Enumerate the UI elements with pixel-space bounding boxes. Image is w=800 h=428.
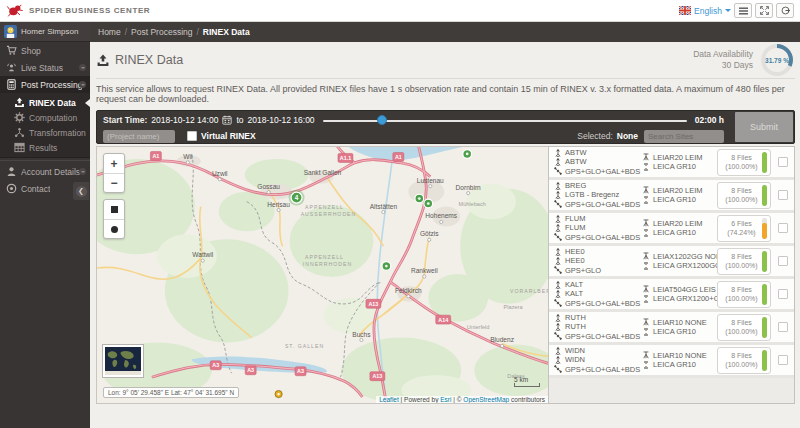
availability-bar <box>762 218 767 239</box>
breadcrumb-home[interactable]: Home <box>98 27 121 37</box>
live-status-icon <box>6 62 17 73</box>
satellite-icon <box>554 365 562 373</box>
brand-logo-icon <box>6 3 24 18</box>
map-label: INNERRHODEN <box>303 261 352 267</box>
station-row: BREGLGTB - BregenzGPS+GLO+GAL+BDSLEIAR20… <box>549 180 794 213</box>
file-availability-card: 8 Files(100.00%) <box>717 314 771 341</box>
sidebar-collapse-button[interactable]: ❮ <box>73 182 89 200</box>
cart-icon <box>6 45 17 56</box>
breadcrumb-section[interactable]: Post Processing <box>131 27 192 37</box>
map-attribution: Leaflet | Powered by Esri | © OpenStreet… <box>376 396 548 403</box>
station-row: FLUMFLUMGPS+GLO+GAL+BDSLEIAR20 LEIMLEICA… <box>549 213 794 246</box>
rectangle-select-button[interactable] <box>104 200 124 219</box>
file-availability-card: 8 Files(100.00%) <box>717 149 771 176</box>
user-icon <box>6 166 17 177</box>
town-dot <box>428 238 431 241</box>
rectangle-icon <box>111 206 118 213</box>
fullscreen-button[interactable] <box>755 3 773 18</box>
map-label: Wattwil <box>192 251 213 258</box>
station-checkbox[interactable] <box>778 289 788 299</box>
active-item-pointer <box>85 99 90 107</box>
file-availability-card: 8 Files(100.00%) <box>717 182 771 209</box>
availability-bar <box>762 185 767 206</box>
availability-period: 30 Days <box>693 60 753 71</box>
start-time-value[interactable]: 2018-10-12 14:00 <box>151 115 218 125</box>
logout-button[interactable] <box>776 3 794 18</box>
language-selector[interactable]: English <box>679 6 731 16</box>
station-checkbox[interactable] <box>778 223 788 233</box>
station-checkbox[interactable] <box>778 157 788 167</box>
menu-toggle-button[interactable] <box>734 3 752 18</box>
antenna-icon <box>642 252 650 260</box>
station-row: RUTHRUTHGPS+GLO+GAL+BDSLEIAR10 NONELEICA… <box>549 312 794 345</box>
overview-minimap[interactable] <box>103 345 143 377</box>
station-icon <box>554 248 562 256</box>
zoom-in-button[interactable]: + <box>104 154 124 173</box>
town-dot <box>360 338 363 341</box>
map-label: AUSSERRHODEN <box>301 211 357 217</box>
svg-text:A13: A13 <box>368 301 378 307</box>
station-checkbox[interactable] <box>778 256 788 266</box>
road-badge: A1 <box>393 152 404 161</box>
svg-text:A3: A3 <box>212 362 219 368</box>
time-range-slider[interactable] <box>323 115 687 125</box>
svg-text:4: 4 <box>295 194 299 201</box>
town-dot <box>186 161 189 164</box>
station-marker[interactable] <box>415 194 424 203</box>
submit-button[interactable]: Submit <box>735 112 793 142</box>
availability-bar <box>762 152 767 173</box>
antenna-icon <box>642 285 650 293</box>
station-icon <box>554 182 562 190</box>
receiver-icon <box>642 295 650 303</box>
town-dot <box>267 191 270 194</box>
zoom-out-button[interactable]: − <box>104 173 124 192</box>
project-name-input[interactable] <box>103 130 175 143</box>
satellite-icon <box>554 266 562 274</box>
station-checkbox[interactable] <box>778 190 788 200</box>
station-checkbox[interactable] <box>778 355 788 365</box>
svg-text:A3: A3 <box>297 368 304 374</box>
sidebar-item-shop[interactable]: Shop <box>0 42 90 59</box>
town-dot <box>467 192 470 195</box>
end-time-value[interactable]: 2018-10-12 16:00 <box>247 115 314 125</box>
road-badge: A1.1 <box>338 153 353 162</box>
station-icon <box>554 215 562 223</box>
duration-value: 02:00 h <box>695 115 724 125</box>
map-label: Rankweil <box>411 267 438 274</box>
sidebar-item-account-details[interactable]: Account Details <box>0 163 90 180</box>
circle-select-button[interactable] <box>104 219 124 238</box>
station-marker[interactable] <box>463 150 472 159</box>
station-cluster-marker[interactable]: 4 <box>289 190 305 206</box>
sidebar-subitem-rinex-data[interactable]: RINEX Data <box>0 95 90 110</box>
map[interactable]: WilUzwilGossauSankt GallenHerisauWattwil… <box>96 146 548 404</box>
map-zoom-control: + − <box>103 153 125 193</box>
sidebar-nav: ShopLive StatusPost ProcessingRINEX Data… <box>0 42 90 197</box>
circle-icon <box>111 226 118 233</box>
station-marker[interactable] <box>275 390 282 397</box>
hamburger-icon <box>739 7 748 15</box>
town-dot <box>440 220 443 223</box>
sidebar-item-live-status[interactable]: Live Status <box>0 59 90 76</box>
sidebar-subitem-computation[interactable]: Computation <box>0 110 90 125</box>
search-sites-input[interactable] <box>644 130 724 143</box>
user-profile[interactable]: Homer Simpson <box>0 22 90 42</box>
file-availability-card: 8 Files(100.00%) <box>717 281 771 308</box>
station-marker[interactable] <box>424 199 433 208</box>
user-avatar <box>4 25 17 38</box>
language-caret-icon <box>725 9 731 12</box>
sidebar-subitem-transformation[interactable]: Transformation <box>0 125 90 140</box>
map-label: Plazera <box>504 304 524 310</box>
slider-handle[interactable] <box>377 115 387 125</box>
chevron-down-icon <box>79 81 86 88</box>
svg-text:A1: A1 <box>395 154 402 160</box>
virtual-rinex-checkbox[interactable] <box>187 131 197 141</box>
road-badge: A3 <box>295 367 306 376</box>
station-marker[interactable] <box>382 262 391 271</box>
calendar-icon[interactable] <box>222 115 232 125</box>
satellite-icon <box>554 200 562 208</box>
selected-value: None <box>617 131 638 141</box>
station-checkbox[interactable] <box>778 322 788 332</box>
sidebar-subitem-results[interactable]: Results <box>0 140 90 155</box>
sidebar-item-post-processing[interactable]: Post Processing <box>0 76 90 93</box>
svg-text:A13: A13 <box>372 373 382 379</box>
